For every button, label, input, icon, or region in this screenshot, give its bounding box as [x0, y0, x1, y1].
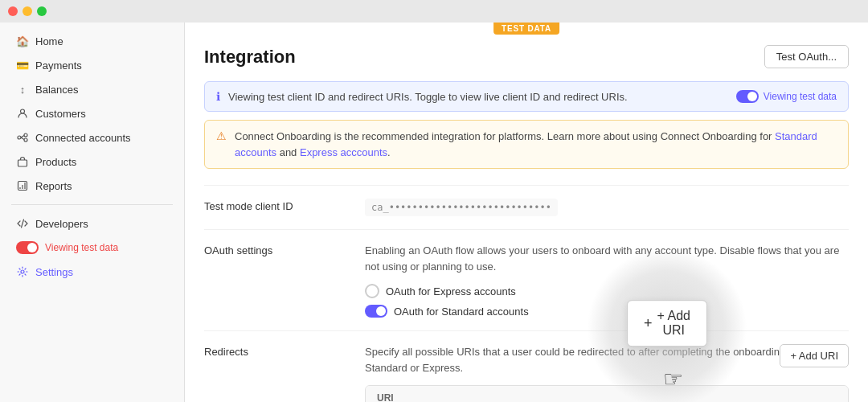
svg-line-4 — [21, 136, 24, 138]
balances-icon: ↕ — [16, 83, 29, 96]
sidebar-item-payments[interactable]: 💳 Payments — [5, 54, 179, 76]
minimize-button[interactable] — [23, 6, 32, 16]
svg-point-12 — [21, 270, 24, 273]
oauth-express-option: OAuth for Express accounts — [365, 284, 849, 298]
sidebar-item-customers[interactable]: Customers — [5, 102, 179, 125]
express-option-label: OAuth for Express accounts — [386, 285, 516, 297]
oauth-options: OAuth for Express accounts OAuth for Sta… — [365, 284, 849, 318]
home-icon: 🏠 — [16, 35, 29, 47]
warning-banner: ⚠ Connect Onboarding is the recommended … — [204, 120, 849, 169]
developers-icon — [16, 217, 29, 230]
client-id-value: ca_•••••••••••••••••••••••••••• — [365, 199, 558, 216]
settings-icon — [16, 265, 29, 278]
sidebar-item-home[interactable]: 🏠 Home — [5, 30, 179, 52]
redirects-section: Redirects Specify all possible URIs that… — [204, 330, 849, 402]
sidebar-item-payments-label: Payments — [35, 59, 82, 72]
sidebar-item-balances-label: Balances — [35, 84, 78, 96]
info-banner-text: Viewing test client ID and redirect URIs… — [228, 91, 728, 103]
titlebar — [0, 0, 868, 23]
redirects-label: Redirects — [204, 344, 349, 358]
sidebar-item-connected-accounts[interactable]: Connected accounts — [5, 126, 179, 149]
products-icon — [16, 155, 29, 168]
sidebar-item-viewing-test-data-label: Viewing test data — [45, 242, 118, 253]
svg-line-11 — [22, 219, 24, 228]
toggle-label: Viewing test data — [764, 91, 837, 102]
sidebar: 🏠 Home 💳 Payments ↕ Balances Customers — [0, 23, 185, 402]
test-oauth-button[interactable]: Test OAuth... — [764, 45, 849, 68]
reports-icon — [16, 179, 29, 192]
connected-accounts-icon — [16, 131, 29, 144]
main-content-area: TEST DATA Integration Test OAuth... ℹ Vi… — [185, 23, 868, 402]
sidebar-item-settings-label: Settings — [35, 266, 73, 278]
oauth-section-label: OAuth settings — [204, 243, 349, 256]
info-banner: ℹ Viewing test client ID and redirect UR… — [204, 81, 849, 112]
svg-point-3 — [24, 138, 27, 142]
warning-text: Connect Onboarding is the recommended in… — [235, 129, 837, 160]
maximize-button[interactable] — [37, 6, 47, 16]
sidebar-item-connected-accounts-label: Connected accounts — [35, 132, 131, 144]
sidebar-item-settings[interactable]: Settings — [5, 260, 179, 283]
sidebar-item-products[interactable]: Products — [5, 150, 179, 173]
oauth-standard-option: OAuth for Standard accounts — [365, 305, 849, 318]
svg-rect-6 — [18, 160, 27, 166]
svg-line-5 — [21, 137, 24, 140]
uri-table: URI https://••••••••••••••••••••••••••••… — [365, 385, 849, 402]
express-accounts-link[interactable]: Express acccounts — [300, 146, 387, 158]
oauth-settings-section: OAuth settings Enabling an OAuth flow al… — [204, 229, 849, 330]
oauth-description: Enabling an OAuth flow allows your users… — [365, 243, 849, 274]
sidebar-item-balances[interactable]: ↕ Balances — [5, 78, 179, 100]
test-data-toggle[interactable] — [16, 241, 39, 254]
uri-table-header: URI — [366, 386, 848, 402]
sidebar-item-reports[interactable]: Reports — [5, 174, 179, 197]
close-button[interactable] — [8, 6, 18, 16]
redirects-description: Specify all possible URIs that a user co… — [365, 344, 849, 375]
sidebar-item-products-label: Products — [35, 156, 76, 168]
sidebar-item-customers-label: Customers — [35, 108, 86, 120]
svg-point-0 — [21, 109, 25, 113]
page-header: Integration Test OAuth... — [204, 45, 849, 68]
svg-point-2 — [24, 133, 27, 137]
warning-icon: ⚠ — [216, 129, 227, 142]
payments-icon: 💳 — [16, 59, 29, 72]
sidebar-item-developers-label: Developers — [35, 218, 88, 230]
customers-icon — [16, 107, 29, 120]
test-data-banner: TEST DATA — [493, 23, 559, 35]
viewing-test-data-toggle-area: Viewing test data — [736, 90, 837, 103]
svg-point-1 — [18, 136, 21, 139]
standard-toggle[interactable] — [365, 305, 387, 318]
info-icon: ℹ — [216, 90, 220, 103]
sidebar-item-viewing-test-data[interactable]: Viewing test data — [5, 236, 179, 259]
sidebar-item-developers[interactable]: Developers — [5, 212, 179, 235]
page-title: Integration — [204, 47, 296, 68]
client-id-label: Test mode client ID — [204, 199, 349, 212]
standard-option-label: OAuth for Standard accounts — [394, 306, 529, 318]
client-id-section: Test mode client ID ca_•••••••••••••••••… — [204, 185, 849, 229]
sidebar-item-reports-label: Reports — [35, 180, 72, 192]
live-toggle[interactable] — [736, 90, 759, 103]
add-uri-corner-button[interactable]: + Add URI — [780, 344, 849, 367]
sidebar-item-home-label: Home — [35, 35, 63, 47]
express-checkbox[interactable] — [365, 284, 379, 298]
